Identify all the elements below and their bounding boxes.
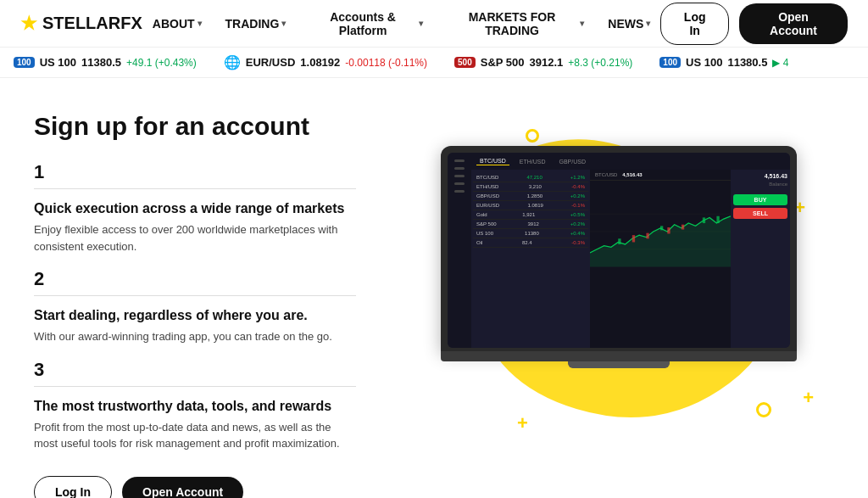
right-column: + + + [390,112,848,468]
step-2-divider [34,295,356,296]
svg-rect-9 [703,217,705,223]
hero-illustration: + + + [415,120,822,460]
svg-rect-8 [660,226,663,230]
step-1-heading: Quick execution across a wide range of m… [34,201,390,216]
laptop: BTC/USD ETH/USD GBP/USD BTC/USD47,210+1.… [441,146,797,368]
step-1-number: 1 [34,161,390,183]
step-2-desc: With our award-winning trading app, you … [34,328,348,345]
svg-rect-7 [618,238,620,244]
step-3-number: 3 [34,359,390,381]
market-row: BTC/USD47,210+1.2% [473,173,588,182]
logo-text: STELLARFX [42,14,142,33]
chart-price: 4,516.43 [622,172,642,177]
buy-button[interactable]: BUY [733,194,787,205]
deco-circle-tl [526,129,539,143]
step-2-heading: Start dealing, regardless of where you a… [34,308,390,323]
laptop-base [441,351,797,361]
globe-icon: 🌐 [224,54,241,70]
nav-accounts-platform[interactable]: Accounts & Platform ▾ [299,3,432,44]
chevron-down-icon: ▾ [580,19,584,28]
svg-rect-4 [646,233,648,239]
ticker-item-sp500: 500 S&P 500 3912.1 +8.3 (+0.21%) [454,56,632,69]
main-content: Sign up for an account 1 Quick execution… [0,78,868,498]
step-3-desc: Profit from the most up-to-date data and… [34,419,348,452]
market-row: Oil82.4-0.3% [473,238,588,248]
step-2: 2 Start dealing, regardless of where you… [34,268,390,345]
bottom-actions: Log In Open Account [34,476,390,499]
sidebar-icon-1 [454,159,465,162]
ticker-item-eurusd: 🌐 EUR/USD 1.08192 -0.00118 (-0.11%) [224,54,427,70]
ticker-badge-us100: 100 [14,57,35,68]
platform-content: BTC/USD47,210+1.2% ETH/USD3,210-0.4% GBP… [471,170,790,348]
nav-trading[interactable]: TRADING ▾ [215,10,297,37]
sell-button[interactable]: SELL [733,208,787,219]
panel-balance: 4,516.43 [733,173,787,179]
ticker-bar: 100 US 100 11380.5 +49.1 (+0.43%) 🌐 EUR/… [0,48,868,78]
navbar: ★ STELLARFX ABOUT ▾ TRADING ▾ Accounts &… [0,0,868,48]
market-row: ETH/USD3,210-0.4% [473,182,588,192]
laptop-screen-outer: BTC/USD ETH/USD GBP/USD BTC/USD47,210+1.… [441,146,797,351]
market-row: US 10011380+0.4% [473,229,588,238]
ticker-item-us100: 100 US 100 11380.5 +49.1 (+0.43%) [14,56,197,69]
ticker-badge-us100-2: 100 [659,57,681,68]
sidebar-icon-2 [454,167,465,170]
sidebar-icon-4 [454,182,465,185]
left-column: Sign up for an account 1 Quick execution… [34,112,390,498]
svg-rect-6 [682,225,684,230]
laptop-screen: BTC/USD ETH/USD GBP/USD BTC/USD47,210+1.… [448,153,790,348]
ticker-badge-sp500: 500 [454,57,476,68]
logo[interactable]: ★ STELLARFX [20,13,142,35]
chart-header: BTC/USD 4,516.43 [590,170,731,181]
chevron-down-icon: ▾ [646,19,650,28]
step-1: 1 Quick execution across a wide range of… [34,161,390,255]
star-icon: ★ [20,13,37,35]
bottom-login-button[interactable]: Log In [34,476,112,499]
tab-ethusd: ETH/USD [516,158,549,165]
market-row: GBP/USD1.2850+0.2% [473,192,588,201]
step-2-number: 2 [34,268,390,290]
chart-area: BTC/USD 4,516.43 [590,170,731,348]
market-row: EUR/USD1.0819-0.1% [473,201,588,210]
nav-markets[interactable]: MARKETS FOR TRADING ▾ [437,3,594,44]
step-3: 3 The most trustworthy data, tools, and … [34,359,390,452]
laptop-illustration: BTC/USD ETH/USD GBP/USD BTC/USD47,210+1.… [441,146,805,434]
step-1-desc: Enjoy flexible access to over 200 worldw… [34,221,348,255]
market-list: BTC/USD47,210+1.2% ETH/USD3,210-0.4% GBP… [471,170,590,348]
nav-login-button[interactable]: Log In [660,3,729,45]
nav-open-account-button[interactable]: Open Account [739,3,848,44]
platform-main-area: BTC/USD ETH/USD GBP/USD BTC/USD47,210+1.… [471,153,790,348]
chevron-down-icon: ▾ [281,19,286,28]
svg-rect-5 [667,227,670,233]
step-3-heading: The most trustworthy data, tools, and re… [34,399,390,414]
bottom-open-account-button[interactable]: Open Account [122,477,243,499]
trade-panel: 4,516.43 Balance BUY SELL [731,170,790,348]
nav-actions: Log In Open Account [660,3,848,45]
trading-platform-ui: BTC/USD ETH/USD GBP/USD BTC/USD47,210+1.… [448,153,790,348]
price-chart [590,181,731,283]
tab-btcusd: BTC/USD [476,157,509,165]
page-title: Sign up for an account [34,112,390,141]
sidebar-icon-3 [454,175,465,177]
chevron-down-icon: ▾ [198,19,202,28]
svg-rect-3 [632,235,635,242]
nav-links: ABOUT ▾ TRADING ▾ Accounts & Platform ▾ … [142,3,660,44]
svg-rect-10 [716,216,719,223]
market-row: S&P 5003912+0.2% [473,220,588,229]
nav-news[interactable]: NEWS ▾ [598,10,660,37]
chart-symbol: BTC/USD [595,172,617,177]
platform-topbar: BTC/USD ETH/USD GBP/USD [471,153,790,170]
tab-gbpusd: GBP/USD [555,158,589,165]
platform-sidebar [448,153,471,348]
chevron-down-icon: ▾ [419,19,423,28]
nav-about[interactable]: ABOUT ▾ [142,10,212,37]
step-1-divider [34,188,356,189]
panel-balance-label: Balance [733,182,787,187]
step-3-divider [34,386,356,387]
sidebar-icon-5 [454,190,465,193]
ticker-item-us100-2: 100 US 100 11380.5 ▶ 4 [659,56,788,69]
market-row: Gold1,921+0.5% [473,210,588,220]
